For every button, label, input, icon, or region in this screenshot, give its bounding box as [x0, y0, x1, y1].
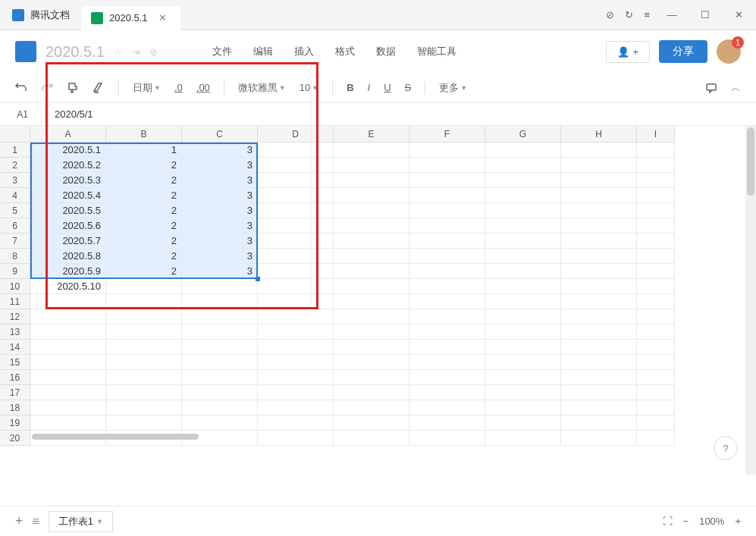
share-button[interactable]: 分享	[659, 40, 707, 63]
cell[interactable]	[30, 324, 106, 340]
cell[interactable]	[637, 279, 675, 294]
cell[interactable]	[409, 400, 485, 415]
zoom-level[interactable]: 100%	[699, 516, 724, 527]
cell[interactable]	[561, 385, 637, 400]
cell[interactable]	[485, 324, 561, 340]
format-painter-button[interactable]	[67, 82, 79, 94]
zoom-out-button[interactable]: −	[683, 516, 689, 527]
invite-button[interactable]: 👤+	[606, 41, 650, 63]
cell[interactable]	[106, 309, 182, 324]
col-header[interactable]: D	[258, 126, 334, 143]
cell[interactable]	[409, 294, 485, 309]
cell[interactable]	[409, 309, 485, 324]
refresh-icon[interactable]: ↻	[625, 9, 633, 20]
cell[interactable]	[637, 309, 675, 324]
cell[interactable]	[258, 234, 334, 249]
cell[interactable]	[334, 234, 409, 249]
select-all-corner[interactable]	[0, 126, 30, 143]
cell[interactable]	[561, 188, 637, 203]
row-header[interactable]: 3	[0, 173, 30, 188]
fill-handle[interactable]	[256, 277, 260, 281]
cell[interactable]	[637, 370, 675, 385]
cell[interactable]	[409, 385, 485, 400]
collapse-toolbar-button[interactable]: ︿	[731, 81, 741, 95]
cell[interactable]	[485, 370, 561, 385]
cell[interactable]	[334, 249, 409, 264]
cell[interactable]	[334, 264, 409, 279]
row-header[interactable]: 9	[0, 264, 30, 279]
cell[interactable]	[561, 340, 637, 355]
cell[interactable]	[485, 264, 561, 279]
cell[interactable]	[258, 173, 334, 188]
cell[interactable]	[182, 385, 258, 400]
underline-button[interactable]: U	[384, 82, 391, 93]
cell[interactable]	[561, 279, 637, 294]
cell[interactable]	[409, 340, 485, 355]
cell[interactable]	[258, 370, 334, 385]
row-header[interactable]: 16	[0, 370, 30, 385]
col-header[interactable]: E	[334, 126, 409, 143]
cell[interactable]: 2020.5.3	[30, 173, 106, 188]
cell[interactable]	[409, 188, 485, 203]
cell[interactable]: 2020.5.4	[30, 188, 106, 203]
cell[interactable]	[30, 370, 106, 385]
menu-file[interactable]: 文件	[212, 45, 232, 58]
bold-button[interactable]: B	[347, 82, 353, 93]
row-header[interactable]: 1	[0, 143, 30, 158]
cell[interactable]: 2020.5.9	[30, 264, 106, 279]
cell[interactable]	[334, 158, 409, 173]
cell[interactable]: 2	[106, 173, 182, 188]
cell-reference[interactable]: A1	[0, 105, 45, 124]
tab-home[interactable]: 腾讯文档	[0, 0, 82, 30]
cell[interactable]	[258, 264, 334, 279]
cell[interactable]	[30, 309, 106, 324]
cell[interactable]: 1	[106, 143, 182, 158]
cell[interactable]	[334, 309, 409, 324]
cell[interactable]	[30, 340, 106, 355]
cell[interactable]	[409, 218, 485, 234]
cell[interactable]	[637, 158, 675, 173]
row-header[interactable]: 2	[0, 158, 30, 173]
cell[interactable]: 2020.5.8	[30, 249, 106, 264]
cell[interactable]	[409, 249, 485, 264]
cell[interactable]	[106, 370, 182, 385]
cell[interactable]	[409, 279, 485, 294]
cell[interactable]	[485, 249, 561, 264]
menu-insert[interactable]: 插入	[294, 45, 314, 58]
cell[interactable]	[258, 203, 334, 218]
cell[interactable]: 2	[106, 218, 182, 234]
document-title[interactable]: 2020.5.1	[45, 43, 105, 61]
fontsize-dropdown[interactable]: 10 ▼	[300, 82, 318, 93]
cell[interactable]	[637, 234, 675, 249]
menu-icon[interactable]: ≡	[644, 9, 650, 20]
cell[interactable]	[258, 340, 334, 355]
more-dropdown[interactable]: 更多 ▼	[439, 81, 467, 95]
cell[interactable]	[334, 279, 409, 294]
cell[interactable]	[485, 188, 561, 203]
cell[interactable]: 3	[182, 143, 258, 158]
cell[interactable]	[409, 158, 485, 173]
font-dropdown[interactable]: 微软雅黑 ▼	[238, 81, 286, 95]
redo-button[interactable]	[41, 82, 53, 94]
undo-button[interactable]	[15, 82, 27, 94]
zoom-in-button[interactable]: +	[735, 516, 741, 527]
cell[interactable]	[637, 340, 675, 355]
cell[interactable]	[182, 294, 258, 309]
cell[interactable]: 2020.5.10	[30, 279, 106, 294]
add-sheet-button[interactable]: +	[15, 513, 24, 529]
vertical-scrollbar[interactable]	[745, 126, 756, 475]
cell[interactable]	[258, 158, 334, 173]
decrease-decimal-button[interactable]: .0	[174, 82, 183, 93]
formula-input[interactable]: 2020/5/1	[45, 108, 756, 120]
close-icon[interactable]: ✕	[154, 12, 171, 24]
cell[interactable]	[485, 143, 561, 158]
cell[interactable]	[334, 294, 409, 309]
row-header[interactable]: 17	[0, 385, 30, 400]
row-header[interactable]: 14	[0, 340, 30, 355]
cell[interactable]	[561, 158, 637, 173]
cell[interactable]	[258, 143, 334, 158]
cell[interactable]	[409, 203, 485, 218]
cell[interactable]	[258, 415, 334, 431]
cell[interactable]	[561, 234, 637, 249]
col-header[interactable]: H	[561, 126, 637, 143]
